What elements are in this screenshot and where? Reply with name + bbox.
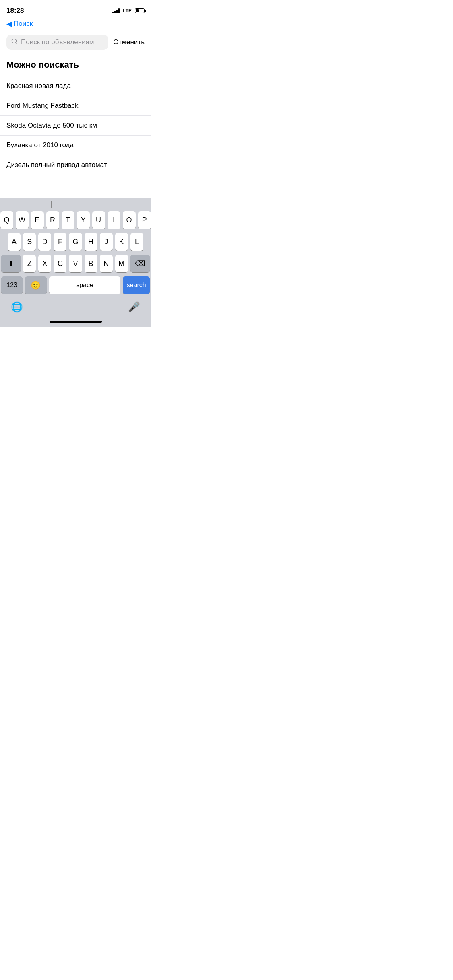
key-z[interactable]: Z xyxy=(23,255,36,272)
list-item[interactable]: Ford Mustang Fastback xyxy=(0,96,151,116)
keyboard-row-4: 123 🙂 space search xyxy=(1,276,150,294)
list-item[interactable]: Skoda Octavia до 500 тыс км xyxy=(0,116,151,136)
key-d[interactable]: D xyxy=(38,233,51,251)
key-f[interactable]: F xyxy=(54,233,66,251)
lte-label: LTE xyxy=(123,8,132,14)
suggestions-list: Красная новая лада Ford Mustang Fastback… xyxy=(0,76,151,175)
key-k[interactable]: K xyxy=(115,233,128,251)
key-u[interactable]: U xyxy=(92,211,105,229)
shift-key[interactable]: ⬆ xyxy=(1,255,21,272)
key-s[interactable]: S xyxy=(23,233,36,251)
backspace-key[interactable]: ⌫ xyxy=(130,255,150,272)
keyboard-row-3: ⬆ Z X C V B N M ⌫ xyxy=(1,255,150,272)
keyboard-row-1: Q W E R T Y U I O P xyxy=(1,211,150,229)
key-p[interactable]: P xyxy=(138,211,151,229)
search-bar-row: Отменить xyxy=(0,31,151,55)
signal-bars-icon xyxy=(112,8,120,13)
space-key[interactable]: space xyxy=(49,276,121,294)
status-bar: 18:28 LTE xyxy=(0,0,151,18)
keyboard-handles xyxy=(1,201,150,208)
num-key[interactable]: 123 xyxy=(1,276,23,294)
key-n[interactable]: N xyxy=(100,255,113,272)
key-m[interactable]: M xyxy=(115,255,128,272)
keyboard-row-2: A S D F G H J K L xyxy=(1,233,150,251)
key-a[interactable]: A xyxy=(8,233,21,251)
key-t[interactable]: T xyxy=(62,211,74,229)
key-j[interactable]: J xyxy=(100,233,113,251)
key-q[interactable]: Q xyxy=(0,211,13,229)
microphone-icon[interactable]: 🎤 xyxy=(128,301,140,313)
globe-icon[interactable]: 🌐 xyxy=(11,301,23,313)
key-w[interactable]: W xyxy=(16,211,29,229)
keyboard-extras: 🌐 🎤 xyxy=(1,298,150,317)
search-input-wrapper[interactable] xyxy=(6,35,108,50)
key-e[interactable]: E xyxy=(31,211,44,229)
keyboard: Q W E R T Y U I O P A S D F G H J K L ⬆ … xyxy=(0,198,151,327)
key-l[interactable]: L xyxy=(130,233,143,251)
section-title: Можно поискать xyxy=(0,55,151,76)
key-g[interactable]: G xyxy=(69,233,82,251)
key-h[interactable]: H xyxy=(85,233,97,251)
key-c[interactable]: C xyxy=(54,255,66,272)
home-bar xyxy=(50,321,102,323)
key-y[interactable]: Y xyxy=(77,211,90,229)
list-item[interactable]: Буханка от 2010 года xyxy=(0,136,151,155)
home-indicator xyxy=(1,317,150,327)
search-input[interactable] xyxy=(21,38,103,46)
search-icon xyxy=(11,38,18,46)
back-chevron-icon: ◀ xyxy=(6,19,12,28)
key-x[interactable]: X xyxy=(38,255,51,272)
key-b[interactable]: B xyxy=(85,255,97,272)
key-o[interactable]: O xyxy=(123,211,136,229)
key-i[interactable]: I xyxy=(108,211,120,229)
status-time: 18:28 xyxy=(6,7,24,15)
status-icons: LTE xyxy=(112,8,145,14)
search-key[interactable]: search xyxy=(123,276,150,294)
back-nav[interactable]: ◀ Поиск xyxy=(0,18,151,31)
list-item[interactable]: Дизель полный привод автомат xyxy=(0,155,151,175)
list-item[interactable]: Красная новая лада xyxy=(0,76,151,96)
back-label: Поиск xyxy=(14,20,33,28)
key-v[interactable]: V xyxy=(69,255,82,272)
cancel-button[interactable]: Отменить xyxy=(113,38,145,46)
emoji-key[interactable]: 🙂 xyxy=(25,276,46,294)
battery-icon xyxy=(135,8,145,13)
key-r[interactable]: R xyxy=(46,211,59,229)
svg-line-1 xyxy=(16,43,17,44)
